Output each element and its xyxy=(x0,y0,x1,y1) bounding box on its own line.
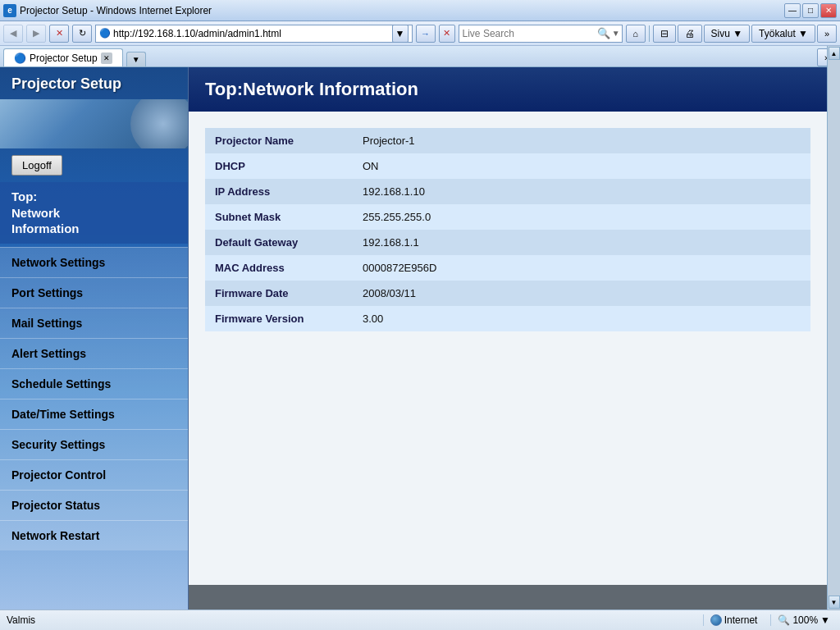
home-button[interactable]: ⌂ xyxy=(626,25,646,43)
sidebar-item-port-settings[interactable]: Port Settings xyxy=(0,277,188,308)
sidebar-item-network-restart[interactable]: Network Restart xyxy=(0,520,188,550)
window-controls[interactable]: — □ ✕ xyxy=(784,3,837,18)
stop-button[interactable]: ✕ xyxy=(49,25,69,43)
table-cell-value: 192.168.1.10 xyxy=(353,179,810,204)
table-cell-value: ON xyxy=(353,153,810,179)
search-input[interactable] xyxy=(459,26,596,41)
minimize-button[interactable]: — xyxy=(784,3,801,18)
sidebar-decorative-circle xyxy=(130,99,188,148)
table-cell-label: Firmware Version xyxy=(205,306,353,331)
tab-projector-setup[interactable]: 🔵 Projector Setup ✕ xyxy=(3,48,123,66)
sidebar-item-schedule-settings[interactable]: Schedule Settings xyxy=(0,368,188,399)
browser-toolbar: ◀ ▶ ✕ ↻ 🔵 ▼ → ✕ 🔍 ▼ ⌂ ⊟ 🖨 Sivu ▼ Työkalu… xyxy=(0,21,840,46)
globe-icon xyxy=(710,614,722,626)
sidebar-item-security-settings[interactable]: Security Settings xyxy=(0,429,188,459)
sidebar-item-alert-settings[interactable]: Alert Settings xyxy=(0,338,188,368)
table-cell-label: IP Address xyxy=(205,179,353,204)
sidebar-current-page: Top:NetworkInformation xyxy=(0,182,188,244)
search-button[interactable]: 🔍 xyxy=(596,25,612,42)
network-info-table: Projector NameProjector-1DHCPONIP Addres… xyxy=(205,128,810,331)
close-button[interactable]: ✕ xyxy=(820,3,837,18)
table-row: Firmware Date2008/03/11 xyxy=(205,281,810,306)
table-row: Projector NameProjector-1 xyxy=(205,128,810,153)
sidebar-item-projector-control[interactable]: Projector Control xyxy=(0,459,188,490)
sidebar-item-datetime-settings[interactable]: Date/Time Settings xyxy=(0,399,188,429)
logoff-button[interactable]: Logoff xyxy=(11,155,62,176)
table-cell-label: Projector Name xyxy=(205,128,353,153)
internet-label: Internet xyxy=(724,614,758,626)
content-area: Top:Network Information Projector NamePr… xyxy=(189,67,827,609)
sidebar-title: Projector Setup xyxy=(0,67,188,99)
table-cell-value: 0000872E956D xyxy=(353,255,810,281)
table-row: MAC Address0000872E956D xyxy=(205,255,810,281)
zoom-label: 100% xyxy=(792,614,818,626)
address-bar: 🔵 ▼ xyxy=(95,25,413,43)
refresh-button[interactable]: ↻ xyxy=(72,25,92,43)
table-cell-label: Default Gateway xyxy=(205,230,353,255)
tab-close-button[interactable]: ✕ xyxy=(101,52,112,64)
search-bar: 🔍 ▼ xyxy=(459,25,623,43)
zoom-icon: 🔍 xyxy=(778,614,790,626)
table-cell-label: MAC Address xyxy=(205,255,353,281)
browser-titlebar: e Projector Setup - Windows Internet Exp… xyxy=(0,0,840,21)
tab-bar: 🔵 Projector Setup ✕ ▼ » xyxy=(0,46,840,67)
forward-button[interactable]: ▶ xyxy=(26,25,46,43)
table-row: Firmware Version3.00 xyxy=(205,306,810,331)
sidebar-item-projector-status[interactable]: Projector Status xyxy=(0,490,188,520)
table-row: IP Address192.168.1.10 xyxy=(205,179,810,204)
content-footer-bar xyxy=(189,585,827,609)
browser-title: Projector Setup - Windows Internet Explo… xyxy=(20,5,784,16)
sidebar-item-mail-settings[interactable]: Mail Settings xyxy=(0,308,188,338)
toolbar-right-buttons: ⌂ ⊟ 🖨 Sivu ▼ Työkalut ▼ » xyxy=(626,25,837,43)
table-row: Subnet Mask255.255.255.0 xyxy=(205,204,810,230)
browser-favicon: 🔵 xyxy=(99,28,111,39)
content-header: Top:Network Information xyxy=(189,67,827,112)
table-cell-value: 3.00 xyxy=(353,306,810,331)
table-row: Default Gateway192.168.1.1 xyxy=(205,230,810,255)
address-input[interactable] xyxy=(113,28,392,39)
sidebar: Projector Setup Logoff Top:NetworkInform… xyxy=(0,67,189,609)
search-dropdown[interactable]: ▼ xyxy=(612,29,622,38)
refresh-go-button[interactable]: → xyxy=(416,25,436,43)
content-body: Projector NameProjector-1DHCPONIP Addres… xyxy=(189,112,827,585)
status-text: Valmis xyxy=(3,614,696,626)
table-cell-value: Projector-1 xyxy=(353,128,810,153)
status-internet: Internet xyxy=(703,614,765,626)
status-zoom[interactable]: 🔍 100% ▼ xyxy=(770,614,837,626)
feeds-button[interactable]: ⊟ xyxy=(653,25,676,43)
tab-label: Projector Setup xyxy=(30,52,98,64)
status-bar: Valmis Internet 🔍 100% ▼ xyxy=(0,609,840,630)
tab-favicon: 🔵 xyxy=(14,52,26,64)
sidebar-item-network-settings[interactable]: Network Settings xyxy=(0,247,188,277)
browser-icon: e xyxy=(3,4,16,17)
table-cell-label: DHCP xyxy=(205,153,353,179)
address-dropdown-button[interactable]: ▼ xyxy=(392,25,409,43)
table-cell-value: 192.168.1.1 xyxy=(353,230,810,255)
tools-button[interactable]: Työkalut ▼ xyxy=(751,25,815,43)
page-button[interactable]: Sivu ▼ xyxy=(704,25,751,43)
sidebar-image xyxy=(0,99,188,148)
table-cell-label: Subnet Mask xyxy=(205,204,353,230)
zoom-dropdown-icon[interactable]: ▼ xyxy=(820,614,830,626)
main-window: Projector Setup Logoff Top:NetworkInform… xyxy=(0,67,840,609)
table-cell-value: 2008/03/11 xyxy=(353,281,810,306)
table-cell-value: 255.255.255.0 xyxy=(353,204,810,230)
new-tab-button[interactable]: ▼ xyxy=(126,52,146,66)
print-button[interactable]: 🖨 xyxy=(678,25,702,43)
content-title: Top:Network Information xyxy=(205,79,418,99)
maximize-button[interactable]: □ xyxy=(802,3,819,18)
table-cell-label: Firmware Date xyxy=(205,281,353,306)
stop-red-button[interactable]: ✕ xyxy=(439,25,455,43)
toolbar-more-button[interactable]: » xyxy=(817,25,837,43)
table-row: DHCPON xyxy=(205,153,810,179)
back-button[interactable]: ◀ xyxy=(3,25,23,43)
